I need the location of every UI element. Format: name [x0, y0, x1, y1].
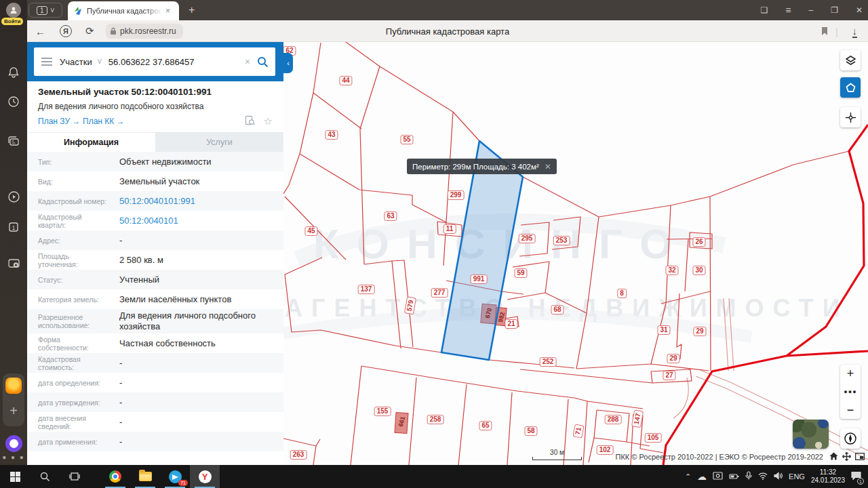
parcel-label[interactable]: 102: [597, 445, 614, 455]
file-explorer-taskbar-icon[interactable]: [130, 465, 160, 488]
search-category-select[interactable]: Участки: [60, 57, 92, 67]
cadastral-map[interactable]: КОНСИНГО АГЕНТСТВО НЕДВИЖИМОСТИ: [283, 42, 868, 465]
alice-assistant-icon[interactable]: [5, 435, 22, 452]
language-indicator[interactable]: ENG: [789, 472, 805, 481]
yandex-mail-icon[interactable]: [5, 378, 22, 394]
clear-search-icon[interactable]: ×: [245, 56, 250, 67]
parcel-label[interactable]: 253: [553, 236, 570, 245]
side-panels-icon[interactable]: ❏: [761, 5, 768, 15]
chevron-down-icon[interactable]: ᐯ: [98, 58, 102, 65]
parcel-label[interactable]: 991: [471, 274, 488, 284]
parcel-label[interactable]: 63: [384, 211, 397, 221]
satellite-layer-thumbnail[interactable]: [793, 420, 829, 449]
tray-chevron-icon[interactable]: ⌃: [685, 472, 691, 481]
tab-close-icon[interactable]: ×: [165, 6, 170, 16]
pan-tool-icon[interactable]: [842, 452, 851, 463]
parcel-label[interactable]: 258: [427, 415, 444, 424]
layers-button[interactable]: [840, 50, 861, 70]
parcel-label[interactable]: 252: [540, 357, 557, 367]
microphone-icon[interactable]: [745, 470, 752, 483]
add-app-button[interactable]: +: [0, 403, 27, 419]
start-button[interactable]: [0, 465, 30, 488]
parcel-label[interactable]: 277: [431, 288, 448, 298]
parcel-label[interactable]: 65: [479, 421, 492, 430]
menu-burger-icon[interactable]: [34, 58, 60, 66]
zoom-more-button[interactable]: ●●●: [844, 388, 856, 395]
tabs-stack-icon[interactable]: [0, 136, 27, 148]
plan-kk-link[interactable]: План КК →: [83, 117, 125, 126]
sidebar-more-button[interactable]: ● ● ●: [0, 453, 27, 461]
parcel-label[interactable]: 59: [514, 268, 527, 278]
parcel-label[interactable]: 27: [663, 371, 675, 380]
avatar[interactable]: [6, 3, 21, 18]
wifi-icon[interactable]: [758, 470, 768, 483]
login-badge[interactable]: Войти: [1, 18, 23, 25]
screencast-icon[interactable]: [0, 258, 27, 270]
star-favorite-icon[interactable]: ☆: [264, 115, 273, 127]
identify-object-button-active[interactable]: [840, 77, 861, 98]
battery-icon[interactable]: [729, 470, 739, 483]
chrome-taskbar-icon[interactable]: [100, 465, 130, 488]
parcel-label[interactable]: 299: [448, 190, 465, 200]
new-tab-button[interactable]: +: [189, 4, 195, 16]
compass-button[interactable]: [840, 428, 861, 449]
tab-services[interactable]: Услуги: [155, 133, 283, 152]
parcel-label[interactable]: 26: [692, 237, 705, 247]
parcel-label[interactable]: 58: [524, 426, 537, 436]
parcel-label[interactable]: 29: [667, 354, 679, 363]
volume-icon[interactable]: [774, 470, 783, 483]
parcel-label[interactable]: 29: [693, 327, 706, 336]
info-row-value-link[interactable]: 50:12:0040101: [110, 216, 283, 226]
zoom-in-button[interactable]: +: [847, 367, 854, 380]
telegram-taskbar-icon[interactable]: 71: [160, 465, 190, 488]
parcel-label[interactable]: 11: [443, 224, 456, 234]
minimize-button[interactable]: –: [808, 5, 813, 15]
history-clock-icon[interactable]: [0, 96, 27, 108]
notification-center-icon[interactable]: 1: [851, 470, 861, 483]
parcel-label[interactable]: 288: [605, 415, 622, 424]
tooltip-close-icon[interactable]: ✕: [545, 162, 551, 171]
parcel-label[interactable]: 30: [692, 266, 705, 275]
zoom-out-button[interactable]: −: [847, 404, 854, 416]
tab-counter-button[interactable]: 1 ᐯ: [28, 3, 62, 18]
parcel-label[interactable]: 8: [617, 289, 627, 298]
close-button[interactable]: ✕: [856, 5, 863, 15]
panel-collapse-handle[interactable]: ‹: [283, 53, 293, 73]
parcel-label[interactable]: 55: [400, 135, 413, 144]
tab-information[interactable]: Информация: [27, 133, 155, 152]
tab-pkk[interactable]: Публичная кадастрова ×: [68, 1, 179, 20]
parcel-label[interactable]: 263: [290, 450, 307, 460]
parcel-label[interactable]: 43: [325, 130, 338, 140]
parcel-label[interactable]: 68: [551, 305, 564, 314]
video-play-icon[interactable]: [0, 190, 27, 203]
downloads-button[interactable]: ↓: [852, 24, 858, 38]
browser-menu-icon[interactable]: ≡: [785, 5, 791, 16]
doc-search-icon[interactable]: [245, 115, 255, 127]
search-icon[interactable]: [257, 56, 269, 68]
parcel-label[interactable]: 295: [519, 234, 536, 243]
parcel-label[interactable]: 21: [505, 319, 517, 329]
taskbar-search-button[interactable]: [30, 465, 60, 488]
bookmark-icon[interactable]: [821, 20, 829, 42]
cast-display-icon[interactable]: [713, 470, 723, 483]
onedrive-cloud-icon[interactable]: ☁: [697, 471, 707, 482]
yandex-browser-taskbar-icon[interactable]: Y: [190, 465, 220, 488]
fullscreen-icon[interactable]: [855, 452, 865, 462]
parcel-label[interactable]: 137: [358, 285, 375, 294]
restore-button[interactable]: ❐: [831, 5, 838, 15]
parcel-label[interactable]: 155: [374, 407, 391, 416]
search-box[interactable]: Участки ᐯ 56.063622 37.686457 ×: [34, 47, 275, 76]
task-view-button[interactable]: [60, 465, 90, 488]
parcel-label[interactable]: 31: [657, 325, 670, 335]
parcel-label[interactable]: 44: [339, 76, 352, 85]
locate-button[interactable]: [840, 107, 861, 127]
home-extent-icon[interactable]: [829, 452, 838, 462]
notifications-bell-icon[interactable]: [0, 66, 27, 79]
search-input[interactable]: 56.063622 37.686457: [108, 57, 245, 67]
tab-counter-icon[interactable]: 1: [0, 221, 27, 233]
parcel-label[interactable]: 45: [304, 226, 317, 236]
clock[interactable]: 11:32 24.01.2023: [811, 468, 845, 485]
info-row-value-link[interactable]: 50:12:0040101:991: [110, 196, 283, 207]
parcel-label[interactable]: 105: [645, 433, 662, 443]
parcel-label[interactable]: 32: [665, 266, 678, 275]
